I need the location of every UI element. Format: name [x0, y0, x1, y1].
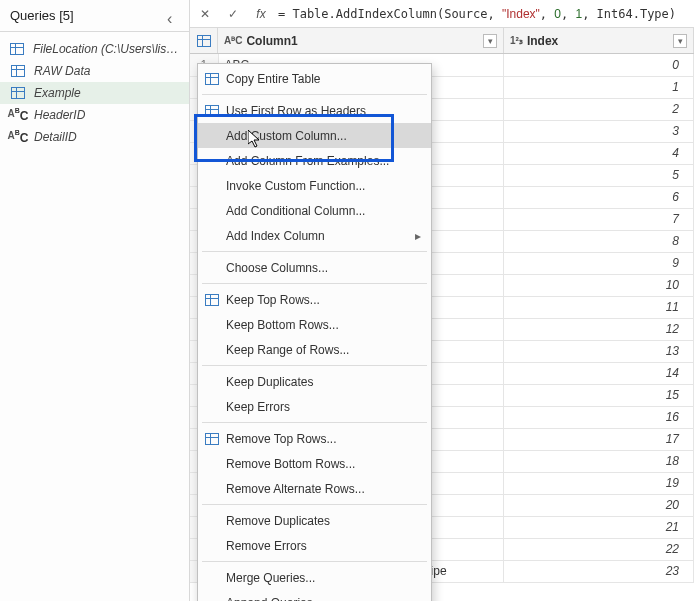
cell-index[interactable]: 16: [504, 406, 694, 428]
menu-item-label: Remove Top Rows...: [226, 432, 337, 446]
column-header-column1[interactable]: AᴮC Column1 ▾: [218, 28, 504, 53]
menu-item[interactable]: Keep Bottom Rows...: [198, 312, 431, 337]
query-item[interactable]: RAW Data: [0, 60, 189, 82]
commit-icon[interactable]: ✓: [222, 3, 244, 25]
menu-item-label: Add Conditional Column...: [226, 204, 365, 218]
menu-item-label: Keep Range of Rows...: [226, 343, 349, 357]
column-header-index[interactable]: 1²₃ Index ▾: [504, 28, 694, 53]
cell-index[interactable]: 19: [504, 472, 694, 494]
queries-title: Queries [5]: [10, 8, 167, 23]
menu-item[interactable]: Add Custom Column...: [198, 123, 431, 148]
cell-index[interactable]: 8: [504, 230, 694, 252]
menu-item-label: Use First Row as Headers: [226, 104, 366, 118]
query-item-label: HeaderID: [34, 108, 85, 122]
menu-item-label: Add Column From Examples...: [226, 154, 389, 168]
cell-index[interactable]: 6: [504, 186, 694, 208]
menu-item[interactable]: Keep Errors: [198, 394, 431, 419]
menu-item-label: Merge Queries...: [226, 571, 315, 585]
cell-index[interactable]: 3: [504, 120, 694, 142]
formula-input[interactable]: = Table.AddIndexColumn(Source, "Index", …: [278, 7, 690, 21]
menu-separator: [202, 365, 427, 366]
menu-separator: [202, 561, 427, 562]
cell-index[interactable]: 7: [504, 208, 694, 230]
query-item[interactable]: ABCHeaderID: [0, 104, 189, 126]
cell-index[interactable]: 17: [504, 428, 694, 450]
menu-item[interactable]: Remove Duplicates: [198, 508, 431, 533]
cell-index[interactable]: 23: [504, 560, 694, 582]
cell-index[interactable]: 5: [504, 164, 694, 186]
query-item[interactable]: FileLocation (C:\Users\lisde...: [0, 38, 189, 60]
column1-filter-dropdown[interactable]: ▾: [483, 34, 497, 48]
cell-index[interactable]: 12: [504, 318, 694, 340]
index-filter-dropdown[interactable]: ▾: [673, 34, 687, 48]
table-context-menu: Copy Entire TableUse First Row as Header…: [197, 63, 432, 601]
menu-item[interactable]: Add Column From Examples...: [198, 148, 431, 173]
cell-index[interactable]: 11: [504, 296, 694, 318]
menu-item-label: Remove Bottom Rows...: [226, 457, 355, 471]
menu-item[interactable]: Keep Top Rows...: [198, 287, 431, 312]
cell-index[interactable]: 22: [504, 538, 694, 560]
table-corner-button[interactable]: [190, 28, 218, 53]
menu-item-label: Keep Duplicates: [226, 375, 313, 389]
menu-item[interactable]: Copy Entire Table: [198, 66, 431, 91]
menu-item[interactable]: Keep Duplicates: [198, 369, 431, 394]
cancel-icon[interactable]: ✕: [194, 3, 216, 25]
cell-index[interactable]: 20: [504, 494, 694, 516]
cell-index[interactable]: 21: [504, 516, 694, 538]
menu-separator: [202, 251, 427, 252]
table-icon: [11, 87, 25, 99]
menu-item-label: Choose Columns...: [226, 261, 328, 275]
collapse-pane-icon[interactable]: [167, 10, 179, 22]
menu-separator: [202, 94, 427, 95]
menu-item-label: Keep Bottom Rows...: [226, 318, 339, 332]
queries-header: Queries [5]: [0, 0, 189, 32]
type-icon-text: AᴮC: [224, 35, 242, 46]
menu-separator: [202, 504, 427, 505]
queries-pane: Queries [5] FileLocation (C:\Users\lisde…: [0, 0, 190, 601]
cell-index[interactable]: 10: [504, 274, 694, 296]
menu-item[interactable]: Remove Top Rows...: [198, 426, 431, 451]
cell-index[interactable]: 1: [504, 76, 694, 98]
query-item[interactable]: Example: [0, 82, 189, 104]
cell-index[interactable]: 4: [504, 142, 694, 164]
cell-index[interactable]: 9: [504, 252, 694, 274]
query-item-label: FileLocation (C:\Users\lisde...: [33, 42, 179, 56]
cell-index[interactable]: 18: [504, 450, 694, 472]
cell-index[interactable]: 14: [504, 362, 694, 384]
menu-item[interactable]: Invoke Custom Function...: [198, 173, 431, 198]
table-icon: [10, 43, 24, 55]
text-type-icon: ABC: [8, 129, 29, 144]
fx-icon[interactable]: fx: [250, 3, 272, 25]
menu-item-label: Copy Entire Table: [226, 72, 321, 86]
menu-item[interactable]: Add Index Column▸: [198, 223, 431, 248]
menu-separator: [202, 283, 427, 284]
formula-bar: ✕ ✓ fx = Table.AddIndexColumn(Source, "I…: [190, 0, 694, 28]
menu-item[interactable]: Remove Alternate Rows...: [198, 476, 431, 501]
menu-item-label: Add Custom Column...: [226, 129, 347, 143]
menu-item[interactable]: Use First Row as Headers: [198, 98, 431, 123]
copy-icon: [204, 71, 220, 87]
cell-index[interactable]: 0: [504, 54, 694, 76]
menu-item-label: Remove Duplicates: [226, 514, 330, 528]
menu-item[interactable]: Append Queries...: [198, 590, 431, 601]
menu-item[interactable]: Remove Errors: [198, 533, 431, 558]
menu-item-label: Append Queries...: [226, 596, 323, 602]
menu-item[interactable]: Merge Queries...: [198, 565, 431, 590]
menu-item[interactable]: Keep Range of Rows...: [198, 337, 431, 362]
cell-index[interactable]: 15: [504, 384, 694, 406]
headers-icon: [204, 103, 220, 119]
menu-item[interactable]: Remove Bottom Rows...: [198, 451, 431, 476]
menu-separator: [202, 422, 427, 423]
query-item-label: RAW Data: [34, 64, 90, 78]
cell-index[interactable]: 2: [504, 98, 694, 120]
index-label: Index: [527, 34, 673, 48]
menu-item-label: Add Index Column: [226, 229, 325, 243]
cell-index[interactable]: 13: [504, 340, 694, 362]
menu-item[interactable]: Choose Columns...: [198, 255, 431, 280]
grid-header: AᴮC Column1 ▾ 1²₃ Index ▾: [190, 28, 694, 54]
type-icon-number: 1²₃: [510, 35, 523, 46]
menu-item-label: Keep Top Rows...: [226, 293, 320, 307]
query-item[interactable]: ABCDetailID: [0, 126, 189, 148]
rows-icon: [204, 292, 220, 308]
menu-item[interactable]: Add Conditional Column...: [198, 198, 431, 223]
